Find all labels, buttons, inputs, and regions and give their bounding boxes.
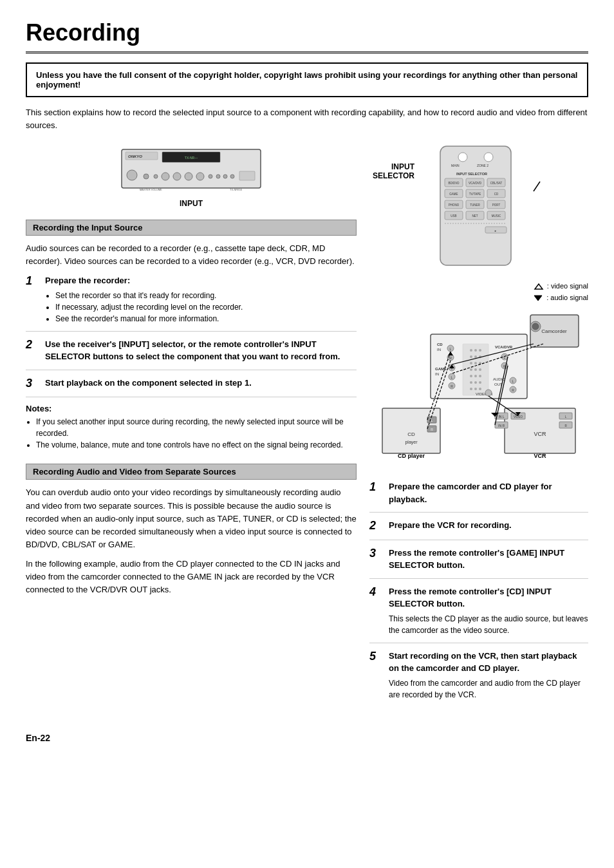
right-step-bold-1: Prepare the camcorder and CD player for … <box>389 482 552 504</box>
step-bold-1a: Prepare the recorder: <box>45 276 130 285</box>
svg-line-52 <box>534 182 540 191</box>
video-signal-icon <box>532 283 545 290</box>
page-footer: En-22 <box>26 733 588 743</box>
svg-point-128 <box>532 323 539 330</box>
step-bold-2a: Use the receiver's [INPUT] selector, or … <box>45 339 340 362</box>
signal-legend: : video signal : audio signal <box>369 281 588 303</box>
svg-point-12 <box>209 175 212 178</box>
notes-list: If you select another input source durin… <box>36 416 357 451</box>
right-step-content-5: Start recording on the VCR, then start p… <box>389 650 588 701</box>
step-1a: 1 Prepare the recorder: Set the recorder… <box>26 274 357 332</box>
svg-text:R: R <box>451 384 453 388</box>
svg-text:USB: USB <box>451 214 456 218</box>
right-step-num-5: 5 <box>369 650 384 664</box>
svg-text:NET: NET <box>472 214 478 218</box>
svg-text:L: L <box>451 375 453 379</box>
right-step-5: 5 Start recording on the VCR, then start… <box>369 650 588 707</box>
main-content: ONKYO TX-NR--- MASTER VOLUME <box>26 143 588 713</box>
step-bullets-1a: Set the recorder so that it's ready for … <box>55 290 357 325</box>
svg-point-91 <box>470 349 472 352</box>
svg-text:CD player: CD player <box>398 453 425 459</box>
right-step-3: 3 Press the remote controller's [GAME] I… <box>369 547 588 579</box>
right-step-2: 2 Prepare the VCR for recording. <box>369 519 588 540</box>
section2-body1: You can overdub audio onto your video re… <box>26 486 357 551</box>
step-num-1a: 1 <box>26 274 40 288</box>
svg-point-97 <box>470 362 472 364</box>
right-step-num-1: 1 <box>369 480 384 495</box>
svg-text:PORT: PORT <box>492 203 501 207</box>
step-2a: 2 Use the receiver's [INPUT] selector, o… <box>26 338 357 370</box>
right-steps: 1 Prepare the camcorder and CD player fo… <box>369 480 588 707</box>
input-selector-label: INPUTSELECTOR <box>369 162 414 180</box>
right-step-content-4: Press the remote controller's [CD] INPUT… <box>389 585 588 636</box>
section2-body2: In the following example, audio from the… <box>26 558 357 596</box>
intro-text: This section explains how to record the … <box>26 106 588 131</box>
connection-diagram: CD player L R VCR IN L IN R VIDEO <box>369 308 588 471</box>
section2-block: Recording Audio and Video from Separate … <box>26 464 357 596</box>
svg-point-109 <box>470 388 472 390</box>
right-column: INPUTSELECTOR MAIN ZONE 2 INPUT SELECTOR… <box>369 143 588 713</box>
section1-body: Audio sources can be recorded to a recor… <box>26 242 357 268</box>
audio-signal-icon <box>532 294 544 302</box>
svg-point-93 <box>479 349 481 352</box>
svg-point-5 <box>127 170 137 180</box>
svg-point-103 <box>470 375 472 377</box>
svg-point-94 <box>470 355 472 358</box>
right-step-text-5: Video from the camcorder and audio from … <box>389 677 588 701</box>
svg-text:IN: IN <box>437 348 441 352</box>
video-signal-label: : video signal <box>369 281 588 292</box>
receiver-svg: ONKYO TX-NR--- MASTER VOLUME <box>120 143 262 194</box>
svg-text:GAME: GAME <box>449 193 458 196</box>
right-step-num-3: 3 <box>369 547 384 561</box>
svg-text:CD: CD <box>437 343 443 346</box>
svg-text:TV/TAPE: TV/TAPE <box>469 193 481 196</box>
step-num-3a: 3 <box>26 377 40 391</box>
right-step-bold-4: Press the remote controller's [CD] INPUT… <box>389 587 552 609</box>
svg-point-20 <box>458 153 467 162</box>
svg-point-110 <box>474 388 477 390</box>
page-title: Recording <box>26 19 588 53</box>
connection-svg: CD player L R VCR IN L IN R VIDEO <box>376 308 582 469</box>
svg-point-104 <box>474 375 477 377</box>
svg-text:L: L <box>450 347 452 351</box>
svg-text:IN R: IN R <box>498 424 505 428</box>
svg-point-102 <box>479 368 481 371</box>
svg-point-107 <box>474 381 477 384</box>
svg-text:BD/DVD: BD/DVD <box>448 182 460 185</box>
svg-text:VCR: VCR <box>534 431 546 437</box>
bullet-1a-3: See the recorder's manual for more infor… <box>55 313 357 325</box>
svg-point-92 <box>474 349 477 352</box>
step-content-3a: Start playback on the component selected… <box>45 377 357 390</box>
svg-text:CD: CD <box>407 431 415 437</box>
right-step-bold-5: Start recording on the VCR, then start p… <box>389 651 577 674</box>
svg-text:L: L <box>431 419 433 422</box>
svg-text:CBL/SAT: CBL/SAT <box>490 182 503 185</box>
right-step-content-3: Press the remote controller's [GAME] INP… <box>389 547 588 572</box>
svg-text:IN L: IN L <box>498 415 504 419</box>
svg-point-98 <box>474 362 477 364</box>
svg-point-108 <box>479 381 481 384</box>
warning-box: Unless you have the full consent of the … <box>26 62 588 97</box>
svg-point-106 <box>470 381 472 384</box>
bullet-1a-2: If necessary, adjust the recording level… <box>55 301 357 313</box>
svg-point-95 <box>474 355 477 358</box>
svg-rect-16 <box>239 171 255 180</box>
right-step-bold-2: Prepare the VCR for recording. <box>389 520 512 530</box>
svg-text:CD: CD <box>494 193 499 196</box>
svg-point-101 <box>474 368 477 371</box>
svg-point-8 <box>162 173 169 180</box>
right-step-content-1: Prepare the camcorder and CD player for … <box>389 480 588 505</box>
svg-point-105 <box>479 375 481 377</box>
svg-text:player: player <box>405 440 418 445</box>
right-step-bold-3: Press the remote controller's [GAME] INP… <box>389 548 564 571</box>
svg-point-13 <box>216 175 220 178</box>
svg-point-10 <box>185 173 192 180</box>
device-image-area: ONKYO TX-NR--- MASTER VOLUME <box>26 143 357 208</box>
svg-text:VCA/DVR: VCA/DVR <box>495 345 513 349</box>
svg-point-15 <box>230 175 234 178</box>
svg-text:L: L <box>512 379 514 383</box>
svg-point-11 <box>196 173 204 180</box>
svg-text:INPUT SELECTOR: INPUT SELECTOR <box>456 172 487 176</box>
step-num-2a: 2 <box>26 338 40 352</box>
svg-text:MAIN: MAIN <box>451 164 460 167</box>
